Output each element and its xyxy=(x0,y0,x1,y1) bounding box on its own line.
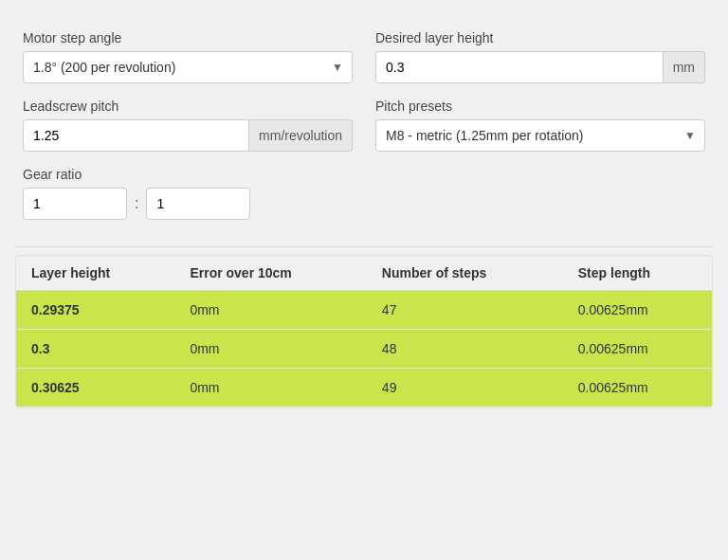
pitch-preset-select-wrap: M8 - metric (1.25mm per rotation)M5 - me… xyxy=(375,119,705,152)
desired-layer-group: Desired layer height mm xyxy=(375,30,705,83)
table-row: 0.30625 0mm 49 0.00625mm xyxy=(16,369,712,407)
main-container: Motor step angle 1.8° (200 per revolutio… xyxy=(0,0,728,424)
cell-step-length: 0.00625mm xyxy=(563,330,712,369)
header-row: Layer height Error over 10cm Number of s… xyxy=(16,256,712,291)
cell-error: 0mm xyxy=(174,369,366,407)
leadscrew-input[interactable] xyxy=(23,119,249,152)
gear-ratio-label: Gear ratio xyxy=(23,167,705,182)
gear-ratio-group: Gear ratio : xyxy=(23,167,705,220)
gear-ratio-right-input[interactable] xyxy=(146,188,250,220)
gear-ratio-row: : xyxy=(23,188,705,220)
pitch-preset-label: Pitch presets xyxy=(375,99,705,114)
leadscrew-input-row: mm/revolution xyxy=(23,119,353,152)
motor-step-label: Motor step angle xyxy=(23,30,353,45)
desired-layer-input-row: mm xyxy=(375,51,705,83)
results-table: Layer height Error over 10cm Number of s… xyxy=(16,256,712,407)
col-step-length: Step length xyxy=(563,256,712,291)
cell-step-length: 0.00625mm xyxy=(563,291,712,330)
motor-step-select-wrap: 1.8° (200 per revolution)0.9° (400 per r… xyxy=(23,51,353,83)
cell-layer-height: 0.3 xyxy=(16,330,174,369)
col-layer-height: Layer height xyxy=(16,256,174,291)
cell-step-length: 0.00625mm xyxy=(563,369,712,407)
gear-ratio-colon: : xyxy=(135,195,138,212)
cell-steps: 48 xyxy=(367,330,563,369)
desired-layer-label: Desired layer height xyxy=(375,30,705,45)
leadscrew-group: Leadscrew pitch mm/revolution xyxy=(23,99,353,152)
pitch-preset-group: Pitch presets M8 - metric (1.25mm per ro… xyxy=(375,99,705,152)
table-body: 0.29375 0mm 47 0.00625mm 0.3 0mm 48 0.00… xyxy=(16,291,712,407)
cell-steps: 49 xyxy=(367,369,563,407)
desired-layer-input[interactable] xyxy=(375,51,664,83)
cell-steps: 47 xyxy=(367,291,563,330)
section-divider xyxy=(15,246,713,247)
gear-ratio-left-input[interactable] xyxy=(23,188,127,220)
table-row: 0.3 0mm 48 0.00625mm xyxy=(16,330,712,369)
table-row: 0.29375 0mm 47 0.00625mm xyxy=(16,291,712,330)
cell-error: 0mm xyxy=(174,330,366,369)
top-panel: Motor step angle 1.8° (200 per revolutio… xyxy=(15,15,713,239)
pitch-preset-select[interactable]: M8 - metric (1.25mm per rotation)M5 - me… xyxy=(375,119,705,152)
leadscrew-label: Leadscrew pitch xyxy=(23,99,353,114)
results-table-section: Layer height Error over 10cm Number of s… xyxy=(15,255,713,408)
col-error: Error over 10cm xyxy=(174,256,366,291)
motor-step-group: Motor step angle 1.8° (200 per revolutio… xyxy=(23,30,353,83)
table-header: Layer height Error over 10cm Number of s… xyxy=(16,256,712,291)
leadscrew-suffix: mm/revolution xyxy=(249,119,353,152)
cell-layer-height: 0.29375 xyxy=(16,291,174,330)
desired-layer-suffix: mm xyxy=(664,51,705,83)
col-steps: Number of steps xyxy=(367,256,563,291)
cell-error: 0mm xyxy=(174,291,366,330)
motor-step-select[interactable]: 1.8° (200 per revolution)0.9° (400 per r… xyxy=(23,51,353,83)
cell-layer-height: 0.30625 xyxy=(16,369,174,407)
form-grid: Motor step angle 1.8° (200 per revolutio… xyxy=(23,30,705,220)
